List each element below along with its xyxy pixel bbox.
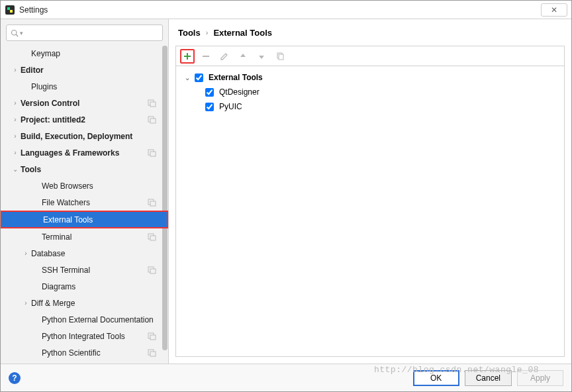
edit-button[interactable]: [217, 49, 232, 64]
project-scope-icon: [148, 115, 156, 124]
breadcrumb: Tools › External Tools: [169, 19, 571, 46]
settings-tree[interactable]: Keymap›EditorPlugins›Version Control›Pro…: [1, 45, 168, 364]
sidebar-item[interactable]: Python Integrated Tools: [1, 328, 168, 344]
close-button[interactable]: ✕: [541, 3, 567, 17]
chevron-right-icon[interactable]: ›: [10, 99, 21, 107]
move-up-button[interactable]: [236, 49, 250, 64]
breadcrumb-part-2: External Tools: [213, 28, 272, 38]
footer: ? OK Cancel Apply: [1, 364, 571, 391]
svg-rect-25: [279, 54, 283, 60]
titlebar: Settings ✕: [1, 1, 571, 19]
sidebar-item[interactable]: Python Scientific: [1, 344, 168, 361]
sidebar-item-label: Python Integrated Tools: [42, 332, 148, 341]
footer-buttons: OK Cancel Apply: [413, 370, 563, 386]
sidebar-item[interactable]: Terminal: [1, 228, 168, 245]
svg-rect-2: [10, 10, 13, 13]
sidebar-item[interactable]: ›Build, Execution, Deployment: [1, 128, 168, 144]
sidebar-item[interactable]: File Watchers: [1, 194, 168, 211]
svg-rect-18: [150, 335, 156, 340]
breadcrumb-part-1[interactable]: Tools: [178, 28, 201, 38]
tool-item-row[interactable]: PyUIC: [183, 99, 557, 114]
group-checkbox[interactable]: [195, 74, 203, 82]
chevron-right-icon[interactable]: ›: [10, 149, 21, 156]
tool-item-checkbox[interactable]: [205, 88, 214, 97]
tool-item-checkbox[interactable]: [205, 103, 214, 111]
search-dropdown-icon[interactable]: ▾: [20, 30, 23, 36]
group-label: External Tools: [209, 73, 263, 82]
app-icon: [5, 5, 15, 15]
sidebar-item[interactable]: ›Languages & Frameworks: [1, 144, 168, 161]
sidebar-item[interactable]: Diagrams: [1, 278, 168, 295]
sidebar-item[interactable]: Web Browsers: [1, 177, 168, 194]
sidebar-item[interactable]: ⌄Tools: [1, 161, 168, 177]
sidebar-item[interactable]: ›Database: [1, 245, 168, 262]
sidebar-item-label: File Watchers: [42, 198, 148, 207]
svg-rect-8: [150, 119, 156, 123]
svg-rect-1: [7, 7, 10, 10]
ok-button[interactable]: OK: [413, 370, 459, 386]
sidebar-item-label: Keymap: [31, 49, 156, 58]
right-panel: Tools › External Tools: [169, 19, 571, 364]
cancel-button[interactable]: Cancel: [465, 370, 512, 386]
chevron-right-icon[interactable]: ›: [10, 132, 21, 140]
sidebar-item[interactable]: External Tools: [1, 211, 168, 228]
apply-button[interactable]: Apply: [517, 370, 563, 386]
chevron-down-icon[interactable]: ⌄: [10, 166, 21, 173]
add-button[interactable]: [180, 49, 195, 64]
sidebar-item[interactable]: Keymap: [1, 45, 168, 62]
chevron-right-icon[interactable]: ›: [21, 299, 31, 307]
window-title: Settings: [19, 5, 48, 15]
tool-item-row[interactable]: QtDesigner: [183, 85, 557, 99]
settings-window: Settings ✕ ▾ Keymap›EditorPlugins›Versio…: [0, 0, 572, 392]
sidebar-item-label: Diagrams: [42, 282, 156, 291]
project-scope-icon: [148, 99, 156, 107]
project-scope-icon: [148, 148, 156, 157]
sidebar-item[interactable]: ›Project: untitled2: [1, 111, 168, 128]
search-box[interactable]: ▾: [6, 24, 163, 41]
chevron-right-icon[interactable]: ›: [10, 66, 21, 74]
sidebar-item[interactable]: Python External Documentation: [1, 311, 168, 328]
tool-item-label: PyUIC: [219, 102, 242, 111]
sidebar-item[interactable]: Remote SSH External Tools: [1, 361, 168, 364]
svg-line-4: [16, 34, 18, 36]
project-scope-icon: [148, 232, 156, 241]
svg-rect-6: [150, 102, 156, 107]
sidebar-item-label: Build, Execution, Deployment: [21, 132, 156, 141]
sidebar-item[interactable]: SSH Terminal: [1, 262, 168, 278]
sidebar-item[interactable]: Plugins: [1, 78, 168, 95]
chevron-right-icon[interactable]: ›: [10, 116, 21, 123]
sidebar-item-label: Database: [31, 249, 156, 258]
remove-button[interactable]: [199, 49, 213, 64]
sidebar-item[interactable]: ›Editor: [1, 62, 168, 78]
tools-group-row[interactable]: ⌄ External Tools: [183, 70, 557, 85]
chevron-down-icon[interactable]: ⌄: [183, 74, 192, 81]
sidebar-item-label: Plugins: [31, 82, 156, 91]
sidebar-item[interactable]: ›Diff & Merge: [1, 295, 168, 311]
svg-rect-20: [150, 352, 156, 356]
move-down-button[interactable]: [254, 49, 269, 64]
search-input[interactable]: [26, 28, 158, 38]
body: ▾ Keymap›EditorPlugins›Version Control›P…: [1, 19, 571, 364]
svg-rect-12: [150, 201, 156, 206]
titlebar-left: Settings: [5, 5, 48, 15]
svg-point-3: [12, 30, 17, 35]
sidebar-item-label: Version Control: [21, 99, 148, 108]
sidebar-item-label: Terminal: [42, 232, 148, 242]
svg-rect-16: [150, 269, 156, 273]
project-scope-icon: [148, 266, 156, 274]
chevron-right-icon[interactable]: ›: [21, 250, 31, 257]
breadcrumb-separator-icon: ›: [206, 28, 209, 36]
sidebar-item-label: SSH Terminal: [42, 266, 148, 275]
copy-button[interactable]: [273, 49, 287, 64]
help-button[interactable]: ?: [9, 372, 21, 384]
toolbar: [176, 46, 564, 66]
sidebar-item-label: Tools: [21, 165, 156, 174]
project-scope-icon: [148, 332, 156, 340]
sidebar-item-label: Web Browsers: [42, 181, 156, 191]
project-scope-icon: [148, 348, 156, 357]
external-tools-list[interactable]: ⌄ External Tools QtDesignerPyUIC: [176, 66, 564, 356]
tool-item-label: QtDesigner: [219, 87, 260, 97]
left-panel: ▾ Keymap›EditorPlugins›Version Control›P…: [1, 19, 169, 364]
sidebar-item-label: Python External Documentation: [42, 315, 156, 324]
sidebar-item[interactable]: ›Version Control: [1, 95, 168, 111]
